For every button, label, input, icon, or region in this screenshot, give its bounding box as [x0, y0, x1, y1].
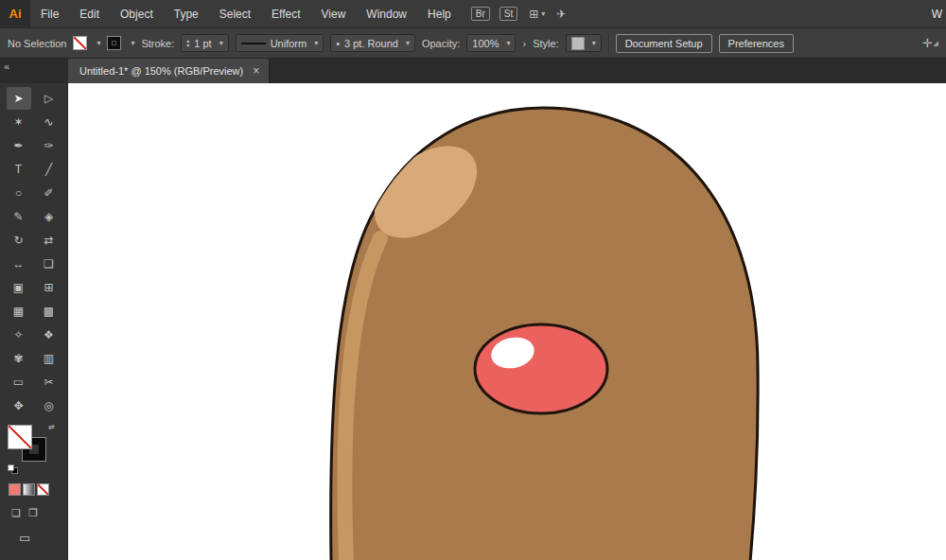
rotate-tool[interactable]: ↻: [7, 229, 31, 252]
blend-tool[interactable]: ❖: [37, 324, 61, 346]
style-field[interactable]: ▾: [566, 34, 602, 52]
menu-select[interactable]: Select: [209, 0, 261, 28]
gpu-performance-icon[interactable]: ✈: [556, 8, 566, 21]
stroke-weight-field[interactable]: ▴ ▾ 1 pt ▾: [181, 34, 228, 52]
menu-effect[interactable]: Effect: [261, 0, 310, 28]
menu-bar: Ai File Edit Object Type Select Effect V…: [0, 0, 946, 28]
type-tool[interactable]: T: [7, 158, 31, 181]
opacity-panel-arrow-icon[interactable]: ›: [522, 38, 526, 49]
gradient-button[interactable]: [23, 483, 35, 496]
stroke-line-icon: [241, 43, 266, 44]
menu-file[interactable]: File: [30, 0, 69, 28]
menu-help[interactable]: Help: [417, 0, 462, 28]
menu-edit[interactable]: Edit: [69, 0, 110, 28]
draw-normal-icon[interactable]: ❏: [11, 507, 21, 519]
brush-dot-icon: •: [336, 38, 340, 49]
default-fill-square: [8, 464, 14, 471]
screen-mode-icon[interactable]: ▭: [19, 531, 30, 545]
preferences-button[interactable]: Preferences: [719, 34, 794, 53]
width-profile-field[interactable]: Uniform ▾: [236, 34, 324, 52]
extra-triangle-icon: ◢: [934, 40, 938, 47]
width-profile-chevron-icon[interactable]: ▾: [314, 39, 318, 47]
swap-fill-stroke-icon[interactable]: ⇄: [48, 423, 55, 431]
slice-tool[interactable]: ✂: [37, 371, 61, 394]
selection-tool[interactable]: ➤: [7, 87, 31, 110]
workspace-chevron-icon[interactable]: ▾: [541, 9, 545, 18]
draw-behind-icon[interactable]: ❐: [28, 507, 38, 519]
align-crosshair-icon[interactable]: ✛: [922, 36, 933, 50]
document-tab[interactable]: Untitled-1* @ 150% (RGB/Preview) ×: [68, 59, 270, 83]
line-segment-tool[interactable]: ╱: [37, 158, 61, 181]
lasso-tool[interactable]: ∿: [37, 111, 61, 133]
stroke-chevron-icon[interactable]: ▾: [131, 39, 134, 47]
app-logo: Ai: [0, 0, 30, 28]
stepper-down-icon[interactable]: ▾: [186, 44, 189, 48]
free-transform-tool[interactable]: ❏: [37, 253, 61, 275]
opacity-field[interactable]: 100% ▾: [466, 34, 516, 52]
collapse-panels-icon[interactable]: «: [4, 61, 9, 72]
character-nose[interactable]: [475, 324, 607, 413]
opacity-value[interactable]: 100%: [472, 38, 499, 49]
toolbar-collapse-zone: «: [0, 59, 68, 83]
fill-stroke-widget: ⇄: [8, 425, 55, 468]
gradient-tool[interactable]: ▩: [37, 300, 61, 323]
perspective-grid-tool[interactable]: ⊞: [37, 276, 61, 299]
control-bar: No Selection ▾ ▾ Stroke: ▴ ▾ 1 pt ▾ Unif…: [0, 28, 946, 59]
opacity-chevron-icon[interactable]: ▾: [506, 39, 510, 47]
stock-button[interactable]: St: [499, 7, 517, 21]
zoom-tool[interactable]: ◎: [37, 394, 61, 417]
brush-value[interactable]: 3 pt. Round: [344, 38, 398, 49]
stroke-weight-value[interactable]: 1 pt: [194, 38, 211, 49]
document-setup-button[interactable]: Document Setup: [616, 34, 712, 53]
eraser-tool[interactable]: ◈: [37, 205, 61, 228]
none-button[interactable]: [37, 483, 49, 496]
stroke-weight-chevron-icon[interactable]: ▾: [219, 39, 223, 47]
tools-grid: ➤ ▷ ✶ ∿ ✒ ✑ T ╱ ○ ✐ ✎ ◈ ↻ ⇄ ↔ ❏ ▣ ⊞ ▦ ▩: [7, 87, 61, 417]
menu-view[interactable]: View: [311, 0, 357, 28]
ellipse-tool[interactable]: ○: [7, 182, 31, 204]
brush-definition-field[interactable]: • 3 pt. Round ▾: [330, 34, 415, 52]
bridge-button[interactable]: Br: [471, 7, 490, 21]
mesh-tool[interactable]: ▦: [7, 300, 31, 323]
opacity-label[interactable]: Opacity:: [422, 38, 460, 49]
eyedropper-tool[interactable]: ✧: [7, 324, 31, 346]
stroke-label[interactable]: Stroke:: [141, 38, 174, 49]
style-chevron-icon[interactable]: ▾: [592, 39, 596, 47]
menu-object[interactable]: Object: [110, 0, 164, 28]
hand-tool[interactable]: ✥: [7, 394, 31, 417]
pencil-tool[interactable]: ✎: [7, 205, 31, 228]
menu-type[interactable]: Type: [164, 0, 209, 28]
document-tab-title: Untitled-1* @ 150% (RGB/Preview): [79, 65, 243, 77]
column-graph-tool[interactable]: ▥: [37, 347, 61, 370]
width-profile-value[interactable]: Uniform: [271, 38, 307, 49]
width-tool[interactable]: ↔: [7, 253, 31, 275]
fill-chevron-icon[interactable]: ▾: [96, 39, 100, 47]
workspace-switcher-icon[interactable]: ⊞: [529, 8, 538, 21]
style-label[interactable]: Style:: [533, 38, 559, 49]
artboard-canvas[interactable]: [68, 83, 946, 560]
default-fill-stroke-icon[interactable]: [8, 464, 19, 474]
fill-none-swatch[interactable]: [73, 36, 87, 50]
style-swatch[interactable]: [571, 37, 585, 50]
magic-wand-tool[interactable]: ✶: [7, 111, 31, 133]
tools-panel: ➤ ▷ ✶ ∿ ✒ ✑ T ╱ ○ ✐ ✎ ◈ ↻ ⇄ ↔ ❏ ▣ ⊞ ▦ ▩: [0, 83, 68, 560]
fill-proxy-none[interactable]: [8, 425, 32, 449]
direct-selection-tool[interactable]: ▷: [37, 87, 61, 110]
brush-chevron-icon[interactable]: ▾: [406, 39, 410, 47]
apply-color-row: [9, 483, 49, 496]
stroke-stepper-icon[interactable]: ▴ ▾: [186, 39, 189, 48]
no-selection-label: No Selection: [8, 38, 66, 49]
curvature-tool[interactable]: ✑: [37, 134, 61, 157]
scale-tool[interactable]: ⇄: [37, 229, 61, 252]
symbol-sprayer-tool[interactable]: ✾: [7, 347, 31, 370]
shape-builder-tool[interactable]: ▣: [7, 276, 31, 299]
pen-tool[interactable]: ✒: [7, 134, 31, 157]
artboard-tool[interactable]: ▭: [7, 371, 31, 394]
color-button[interactable]: [9, 483, 21, 496]
paintbrush-tool[interactable]: ✐: [37, 182, 61, 204]
menu-window[interactable]: Window: [356, 0, 417, 28]
control-bar-extra[interactable]: ✛ ◢: [922, 36, 938, 50]
tab-close-icon[interactable]: ×: [253, 64, 259, 78]
stroke-color-swatch[interactable]: [107, 36, 121, 50]
illustrator-window: Ai File Edit Object Type Select Effect V…: [0, 0, 946, 560]
